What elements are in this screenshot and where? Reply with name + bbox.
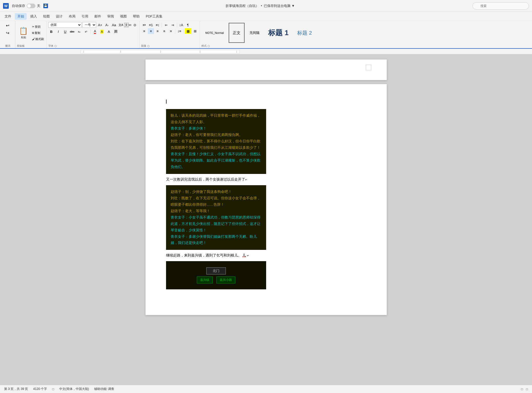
show-marks-button[interactable]: ¶	[185, 22, 191, 28]
menu-start[interactable]: 开始	[15, 13, 27, 20]
bullet-list-button[interactable]: ≡•	[141, 22, 147, 28]
font-color-button[interactable]: A	[92, 29, 98, 34]
statusbar-right: □ □	[521, 387, 528, 391]
justify-button[interactable]: ≡	[161, 28, 167, 34]
dialogue2-line-5: 青衣女子：多谢少侠替我们姐妹打发那两个无赖。盼儿姐，我们还是快走吧！	[171, 234, 262, 247]
copy-button[interactable]: ⧉复制	[31, 30, 45, 36]
word-icon: W	[3, 3, 9, 9]
bold-button[interactable]: B	[48, 29, 54, 34]
menu-review[interactable]: 审阅	[105, 13, 117, 20]
undo-redo-group: ↩ ↪ 撤消	[0, 21, 15, 48]
map-box: 北门 嘉兴镇 嘉兴小路	[166, 261, 266, 289]
line-spacing-button[interactable]: ↕≡	[176, 28, 182, 34]
font-size-select[interactable]: 一号	[82, 22, 96, 28]
search-wrapper: 🔍	[472, 2, 529, 9]
font-grow-button[interactable]: A+	[97, 22, 103, 28]
change-case-button[interactable]: Aa	[111, 22, 117, 28]
style-biaoti1[interactable]: 标题 1	[264, 23, 292, 43]
dialogue-line-5: 青衣女子：且慢！少侠仁义，小女子虽不识武功，但想以琴为武，替少侠助阵。如此合乎江…	[171, 151, 262, 170]
font-name-select[interactable]: 仿宋	[48, 22, 82, 28]
dialogue2-line-1: 赵痞子：别，少侠饶了我这条狗命吧！	[171, 189, 262, 195]
ribbon: ↩ ↪ 撤消 📋 粘贴 ✂剪切 ⧉复制 🖌格式刷	[0, 21, 532, 49]
zoom-icon[interactable]: □	[526, 387, 528, 391]
styles-group: NOTE_Normal 正文 无间隔 标题 1 标题 2 样式 ⬡	[200, 21, 532, 48]
language: 中文(简体，中国大陆)	[59, 387, 89, 391]
page-info: 第 3 页，共 39 页	[4, 387, 28, 391]
autosave-toggle[interactable]	[27, 4, 35, 8]
redo-button[interactable]: ↪	[5, 30, 10, 36]
superscript-button[interactable]: x²	[83, 29, 89, 34]
align-center-button[interactable]: ≡	[148, 28, 154, 34]
font-expand[interactable]: ⬡	[54, 45, 57, 47]
document-area[interactable]: 盼儿：该天杀的花四娘，平日里带着一群打手作威作福，这会儿倒不见了人影。 青衣女子…	[0, 54, 532, 347]
font-shrink-button[interactable]: A-	[104, 22, 110, 28]
numbered-list-button[interactable]: ≡1	[148, 22, 154, 28]
menu-help[interactable]: 帮助	[130, 13, 142, 20]
menu-view[interactable]: 视图	[118, 13, 129, 20]
titlebar: W 自动保存 关 💾 折掌镇海流程（自玩） • 已保存到这台电脑 ▼ 🔍	[0, 0, 532, 12]
menu-layout[interactable]: 布局	[66, 13, 78, 20]
menu-mail[interactable]: 邮件	[92, 13, 104, 20]
align-left-button[interactable]: ≡	[141, 28, 147, 34]
menu-file[interactable]: 文件	[2, 13, 14, 20]
doc-page-main: 盼儿：该天杀的花四娘，平日里带着一群打手作威作福，这会儿倒不见了人影。 青衣女子…	[146, 84, 387, 315]
format-brush-button[interactable]: 🖌格式刷	[31, 36, 45, 42]
map-row: 嘉兴镇 嘉兴小路	[197, 277, 235, 283]
proofing-icon[interactable]: □	[52, 387, 54, 391]
narrative-1: 又一次教训完流氓以后，两个女孩谢过以后走开了↵	[166, 176, 366, 183]
style-biaoti2[interactable]: 标题 2	[293, 23, 316, 43]
map-inner: 北门 嘉兴镇 嘉兴小路	[197, 267, 235, 283]
circle-char-button[interactable]: ⊙	[132, 22, 138, 28]
style-note-normal[interactable]: NOTE_Normal	[201, 23, 228, 43]
highlight-button[interactable]: A	[99, 29, 105, 34]
menu-design[interactable]: 设计	[53, 13, 65, 20]
menu-reference[interactable]: 引用	[79, 13, 91, 20]
cut-button[interactable]: ✂剪切	[31, 24, 45, 30]
map-node-jiaxing: 嘉兴镇	[197, 277, 213, 283]
increase-indent-button[interactable]: ⇒	[170, 22, 176, 28]
statusbar: 第 3 页，共 39 页 4120 个字 □ 中文(简体，中国大陆) 辅助功能:…	[0, 385, 532, 393]
underline-button[interactable]: U	[62, 29, 68, 34]
clear-format-button[interactable]: 文A	[118, 22, 124, 28]
menu-draw[interactable]: 绘图	[41, 13, 52, 20]
autosave-control[interactable]: 自动保存 关	[12, 4, 40, 8]
styles-expand[interactable]: ⬡	[208, 45, 210, 47]
doc-page-top	[146, 60, 387, 80]
style-zhengwen[interactable]: 正文	[229, 23, 245, 43]
ruler: | | | | |	[0, 49, 532, 54]
menu-pdf[interactable]: PDF工具集	[143, 13, 165, 20]
char-border-button[interactable]: 囲	[113, 29, 119, 34]
para-border-button[interactable]: ⊞	[192, 28, 198, 34]
undo-group-label: 撤消	[2, 44, 14, 48]
narrative-2: 继续赶路，来到嘉兴镇，遇到了乞丐和刘根儿。 儿 ↵	[166, 252, 366, 259]
distributed-button[interactable]: ≡	[168, 28, 174, 34]
autosave-state: 关	[37, 4, 40, 8]
paste-button[interactable]: 📋 粘贴	[17, 23, 30, 43]
wubi-button[interactable]: 文 wx	[125, 22, 131, 28]
text-shadow-button[interactable]: A	[106, 29, 112, 34]
layout-icon[interactable]: □	[521, 387, 523, 391]
clipboard-group: 📋 粘贴 ✂剪切 ⧉复制 🖌格式刷 剪贴板	[15, 21, 47, 48]
align-right-button[interactable]: ≡	[154, 28, 161, 34]
dialogue-line-4: 刘壮：在下嘉兴刘壮，算不得什么好汉，但今日你平白欺负我那两个兄弟，可别怪我们不从…	[171, 138, 262, 151]
style-wujiange[interactable]: 无间隔	[246, 23, 263, 43]
toggle-knob	[27, 4, 31, 8]
save-button[interactable]: 💾	[43, 4, 48, 8]
paragraph-expand[interactable]: ⬡	[147, 45, 150, 47]
decrease-indent-button[interactable]: ⇐	[163, 22, 169, 28]
search-input[interactable]	[472, 2, 529, 9]
accessibility[interactable]: 辅助功能: 调查	[94, 387, 114, 391]
map-node-north: 北门	[206, 267, 226, 274]
menu-insert[interactable]: 插入	[28, 13, 40, 20]
subscript-button[interactable]: x₂	[76, 29, 82, 34]
doc-title-bar: 折掌镇海流程（自玩） • 已保存到这台电脑 ▼	[51, 4, 469, 8]
menubar: 文件 开始 插入 绘图 设计 布局 引用 邮件 审阅 视图 帮助 PDF工具集	[0, 12, 532, 21]
dialogue2-line-4: 青衣女子：小女子虽不通武功，但教习琵琶的恩师却深得此道，方才初见少侠出招，随意记…	[171, 214, 262, 234]
sort-button[interactable]: ↕A	[178, 22, 184, 28]
italic-button[interactable]: I	[55, 29, 61, 34]
shading-button[interactable]: ▦	[185, 28, 191, 34]
strikethrough-button[interactable]: abc	[69, 29, 75, 34]
undo-button[interactable]: ↩	[5, 22, 10, 29]
multilevel-list-button[interactable]: ≡↕	[154, 22, 161, 28]
font-group: 仿宋 一号 A+ A- Aa 文A 文 wx ⊙ B I U abc	[47, 21, 140, 48]
